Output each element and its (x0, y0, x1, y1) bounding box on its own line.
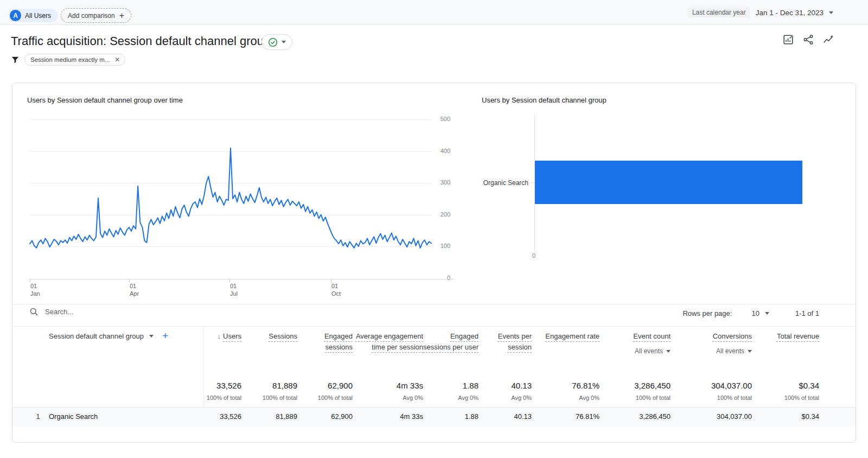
totals-cell: 4m 33sAvg 0% (353, 381, 423, 401)
col-header-sessions[interactable]: Sessions (241, 331, 297, 357)
filter-chip[interactable]: Session medium exactly m... ✕ (24, 54, 125, 66)
totals-cell: 3,286,450100% of total (599, 381, 671, 401)
check-circle-icon (268, 37, 278, 47)
totals-cell: $0.34100% of total (752, 381, 819, 401)
metric-event-filter[interactable]: All events (635, 346, 671, 357)
chevron-down-icon[interactable] (765, 312, 769, 315)
close-icon[interactable]: ✕ (114, 56, 120, 63)
filter-chip-label: Session medium exactly m... (30, 56, 110, 63)
totals-value: 1.88 (423, 381, 478, 390)
row-metric-value: $0.34 (752, 412, 819, 421)
totals-subtext: Avg 0% (478, 395, 532, 401)
totals-subtext: 100% of total (241, 395, 297, 401)
pagination-range: 1-1 of 1 (795, 309, 819, 317)
totals-cell: 33,526100% of total (203, 381, 241, 401)
totals-subtext: 100% of total (203, 395, 241, 401)
row-index: 1 (27, 412, 49, 421)
page-title: Traffic acquisition: Session default cha… (11, 34, 270, 48)
share-icon[interactable] (802, 34, 814, 46)
totals-cell: 81,889100% of total (241, 381, 297, 401)
row-number-header (27, 331, 49, 357)
row-metric-value: 62,900 (297, 412, 353, 421)
totals-cell: 40.13Avg 0% (478, 381, 532, 401)
table-totals-row: 33,526100% of total81,889100% of total62… (27, 381, 819, 401)
dimension-header-label: Session default channel group (49, 331, 144, 342)
table-row[interactable]: 1Organic Search33,52681,88962,9004m 33s1… (27, 412, 819, 421)
totals-cell: 1.88Avg 0% (423, 381, 478, 401)
row-metric-value: 3,286,450 (599, 412, 671, 421)
col-header-total-revenue[interactable]: Total revenue (752, 331, 819, 357)
date-range-text: Jan 1 - Dec 31, 2023 (756, 9, 824, 17)
comparison-bar: A All Users Add comparison + Last calend… (0, 0, 868, 25)
search-icon (29, 307, 39, 316)
col-header-events-per-session[interactable]: Events per session (478, 331, 532, 357)
row-metric-value: 40.13 (478, 412, 532, 421)
col-header-event-count[interactable]: Event countAll events (599, 331, 671, 357)
totals-spacer (27, 381, 49, 401)
row-metric-value: 4m 33s (353, 412, 423, 421)
add-dimension-button[interactable]: + (162, 331, 168, 341)
totals-cell: 62,900100% of total (297, 381, 353, 401)
totals-cell: 76.81%Avg 0% (532, 381, 599, 401)
totals-value: 76.81% (532, 381, 599, 390)
chevron-down-icon[interactable] (149, 335, 154, 338)
totals-value: $0.34 (752, 381, 819, 390)
table-top-divider (12, 304, 856, 304)
totals-subtext: Avg 0% (353, 395, 423, 401)
metric-event-filter[interactable]: All events (716, 346, 752, 357)
col-header-engaged-sessions[interactable]: Engaged sessions (297, 331, 353, 357)
totals-value: 62,900 (297, 381, 353, 390)
add-comparison-button[interactable]: Add comparison + (61, 8, 131, 23)
filter-icon (11, 55, 20, 64)
chevron-down-icon (666, 350, 671, 353)
table-header-divider (12, 326, 856, 327)
col-header-average-engagement-time-per-session[interactable]: Average engagement time per session (353, 331, 423, 357)
all-users-chip[interactable]: A All Users (9, 9, 58, 22)
bar-chart-title: Users by Session default channel group (482, 96, 607, 104)
report-quality-pill[interactable] (261, 34, 292, 50)
col-header-engaged-sessions-per-user[interactable]: Engaged sessions per user (423, 331, 478, 357)
totals-subtext: 100% of total (752, 395, 819, 401)
plus-icon: + (119, 11, 124, 20)
chevron-down-icon (282, 41, 286, 43)
search-input[interactable] (45, 308, 219, 316)
segment-avatar: A (10, 10, 21, 21)
rows-per-page-select[interactable]: 10 (751, 309, 759, 317)
line-chart-title: Users by Session default channel group o… (27, 96, 183, 104)
row-metric-value: 76.81% (532, 412, 599, 421)
totals-subtext: Avg 0% (423, 395, 478, 401)
totals-value: 81,889 (241, 381, 297, 390)
totals-value: 3,286,450 (599, 381, 671, 390)
all-users-label: All Users (25, 12, 51, 20)
date-range-picker[interactable]: Last calendar year Jan 1 - Dec 31, 2023 (688, 7, 833, 18)
totals-value: 304,037.00 (671, 381, 752, 390)
row-metric-value: 81,889 (241, 412, 297, 421)
totals-cell: 304,037.00100% of total (671, 381, 752, 401)
totals-value: 33,526 (203, 381, 241, 390)
rows-per-page-label: Rows per page: (682, 309, 732, 317)
table-header-row: Session default channel group+↓UsersSess… (27, 331, 819, 357)
col-header-conversions[interactable]: ConversionsAll events (671, 331, 752, 357)
row-metric-value: 1.88 (423, 412, 478, 421)
sort-descending-icon: ↓ (218, 332, 221, 340)
insights-icon[interactable] (822, 34, 834, 46)
row-metric-value: 304,037.00 (671, 412, 752, 421)
customize-report-icon[interactable] (782, 34, 794, 46)
date-preset-badge: Last calendar year (688, 7, 750, 18)
col-header-engagement-rate[interactable]: Engagement rate (532, 331, 599, 357)
chevron-down-icon (748, 350, 752, 353)
totals-value: 4m 33s (353, 381, 423, 390)
totals-subtext: 100% of total (297, 395, 353, 401)
row-dimension-value[interactable]: Organic Search (49, 412, 203, 421)
totals-subtext: Avg 0% (532, 395, 599, 401)
chevron-down-icon (829, 11, 833, 14)
add-comparison-label: Add comparison (68, 12, 115, 20)
dimension-header[interactable]: Session default channel group+ (49, 331, 203, 357)
totals-subtext: 100% of total (599, 395, 671, 401)
row-metric-value: 33,526 (203, 412, 241, 421)
totals-value: 40.13 (478, 381, 532, 390)
col-header-users[interactable]: ↓Users (203, 331, 241, 357)
ga4-traffic-acquisition-report: A All Users Add comparison + Last calend… (0, 0, 868, 458)
totals-subtext: 100% of total (671, 395, 752, 401)
totals-spacer (49, 381, 203, 401)
